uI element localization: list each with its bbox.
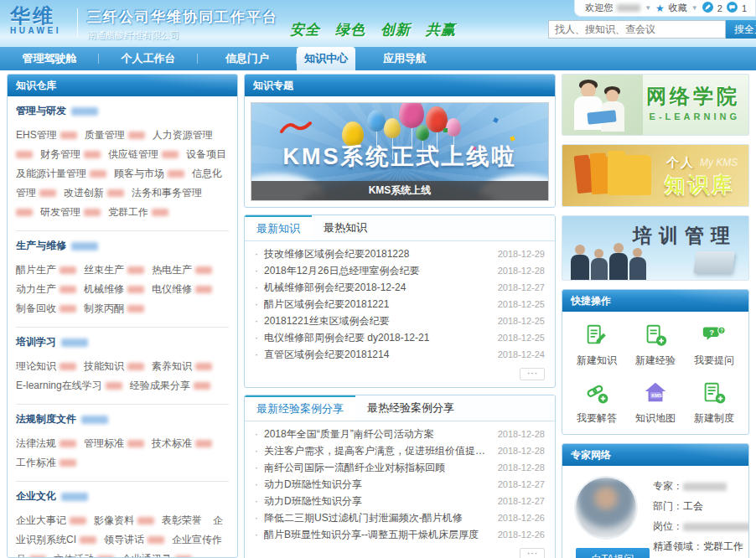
category-count-redacted <box>80 536 96 544</box>
knowledge-category-link[interactable]: 人力资源管理 <box>153 129 213 141</box>
quick-action-我要提问[interactable]: ??我要提问 <box>685 322 743 368</box>
knowledge-category-link[interactable]: 热电生产 <box>152 264 192 276</box>
knowledge-category-link[interactable]: 企业通讯录 <box>122 553 172 558</box>
knowledge-section-title[interactable]: 企业文化 <box>16 482 229 509</box>
new-experience-icon <box>626 322 685 349</box>
knowledge-category-link[interactable]: 工作标准 <box>16 457 56 468</box>
knowledge-category-link[interactable]: 企业大事记 <box>16 514 66 526</box>
list-tab[interactable]: 最热知识 <box>312 215 379 240</box>
elearning-banner[interactable]: 网络学院 E-LEARNING <box>562 74 749 136</box>
knowledge-category-link[interactable]: 顾客与市场 <box>114 168 164 179</box>
knowledge-category-link[interactable]: 电仪维修 <box>152 283 192 295</box>
knowledge-category-link[interactable]: 素养知识 <box>152 360 192 372</box>
knowledge-category-link[interactable]: 改进创新 <box>64 187 104 199</box>
knowledge-category-link[interactable]: 党群工作 <box>108 206 148 218</box>
search-input[interactable] <box>548 20 726 39</box>
main-nav: 管理驾驶舱个人工作台信息门户知识中心应用导航 <box>0 47 756 70</box>
list-item[interactable]: ·醋片区域例会纪要201812212018-12-25 <box>255 296 545 313</box>
list-item[interactable]: ·动力D班隐性知识分享2018-12-27 <box>255 476 545 493</box>
quick-action-知识地图[interactable]: KMS知识地图 <box>626 380 685 426</box>
list-item[interactable]: ·20181221丝束区域例会纪要2018-12-25 <box>255 313 545 329</box>
knowledge-category-link[interactable]: 技能知识 <box>84 360 124 372</box>
knowledge-section-title[interactable]: 培训学习 <box>16 328 229 354</box>
knowledge-category-link[interactable]: 醋片生产 <box>16 264 56 276</box>
search-button[interactable]: 搜全系统 <box>726 20 756 39</box>
favorite-star-icon[interactable]: ★ <box>655 3 665 14</box>
mykms-prefix: 个人 <box>666 155 695 171</box>
knowledge-category-link[interactable]: 领导讲话 <box>104 534 144 545</box>
nav-tab[interactable]: 知识中心 <box>297 47 355 70</box>
list-item-date: 2018-12-27 <box>498 496 545 506</box>
list-item[interactable]: ·机械维修部例会纪要2018-12-242018-12-27 <box>255 279 545 296</box>
knowledge-category-link[interactable]: 供应链管理 <box>108 148 158 160</box>
list-item[interactable]: ·关注客户需求，提高客户满意，促进班组价值提升（检验班）2018-12-28 <box>255 442 545 459</box>
training-banner[interactable]: 培训管理 <box>562 215 749 281</box>
quick-action-新建经验[interactable]: 新建经验 <box>626 322 685 368</box>
list-tab[interactable]: 最新知识 <box>245 215 312 240</box>
list-item[interactable]: ·直管区域例会纪要201812142018-12-24 <box>255 346 545 363</box>
category-count-redacted <box>127 363 144 370</box>
chevron-down-icon[interactable]: ▼ <box>645 4 651 12</box>
quick-action-新建制度[interactable]: 新建制度 <box>685 380 743 426</box>
knowledge-section-title[interactable]: 管理与研发 <box>16 96 229 123</box>
knowledge-category-link[interactable]: 法律法规 <box>16 437 56 449</box>
list-item[interactable]: ·南纤公司国际一流醋纤企业对标指标回顾2018-12-28 <box>255 459 545 476</box>
list-item[interactable]: ·2018年全国“质量月”南纤公司活动方案2018-12-28 <box>255 426 545 442</box>
category-count-redacted <box>168 170 184 178</box>
list-item[interactable]: ·技改维修区域例会纪要201812282018-12-29 <box>255 245 545 262</box>
knowledge-category-link[interactable]: 财务管理 <box>40 148 80 160</box>
knowledge-category-link[interactable]: 质量管理 <box>85 129 125 141</box>
knowledge-category-link[interactable]: 制浆丙酮 <box>84 302 124 314</box>
my-kms-banner[interactable]: 个人 My KMS 知识库 <box>562 144 749 207</box>
knowledge-category-link[interactable]: 经验成果分享 <box>130 380 190 391</box>
knowledge-category-link[interactable]: 丝束生产 <box>84 264 124 276</box>
knowledge-category-link[interactable]: 影像资料 <box>94 514 134 526</box>
knowledge-category-link[interactable]: 文体活动 <box>54 553 94 558</box>
knowledge-category-link[interactable]: 机械维修 <box>84 283 124 295</box>
knowledge-category-link[interactable]: E-learning在线学习 <box>16 380 102 391</box>
kms-launch-banner[interactable]: KMS系统正式上线啦 KMS系统上线 <box>251 102 549 201</box>
category-count-redacted <box>60 132 77 139</box>
list-item[interactable]: ·动力D班隐性知识分享2018-12-27 <box>255 493 545 509</box>
knowledge-category-link[interactable]: 研发管理 <box>40 206 80 218</box>
nav-tab[interactable]: 管理驾驶舱 <box>0 47 99 70</box>
message-count: 1 <box>742 3 747 13</box>
quick-action-新建知识[interactable]: 新建知识 <box>567 322 626 368</box>
knowledge-section-title[interactable]: 生产与维修 <box>16 231 229 258</box>
knowledge-category-link[interactable]: 技术标准 <box>152 437 192 449</box>
section-count-redacted <box>71 242 98 251</box>
balloon-icon <box>367 110 386 132</box>
list-item[interactable]: ·醋片B班显性知识分享--调整五期干燥机床层厚度2018-12-26 <box>255 526 545 543</box>
knowledge-category-link[interactable]: EHS管理 <box>16 129 57 141</box>
banner-caption[interactable]: KMS系统上线 <box>251 181 548 200</box>
folder-icon <box>608 155 651 195</box>
quick-action-我要解答[interactable]: 我要解答 <box>567 380 626 426</box>
pencil-badge-icon[interactable] <box>702 2 713 14</box>
knowledge-category-link[interactable]: 表彰荣誉 <box>162 514 202 526</box>
message-badge-icon[interactable] <box>727 2 738 14</box>
ask-expert-button[interactable]: 向TA提问 <box>576 548 650 558</box>
knowledge-section-title[interactable]: 法规制度文件 <box>16 405 229 431</box>
list-item[interactable]: ·2018年12月26日总经理室例会纪要2018-12-28 <box>255 262 545 279</box>
list-tab[interactable]: 最新经验案例分享 <box>245 395 355 421</box>
expert-avatar[interactable] <box>574 476 638 540</box>
knowledge-category-link[interactable]: 管理标准 <box>84 437 124 449</box>
list-item[interactable]: ·降低二三期US过滤机门封泄漏频次-醋片机修2018-12-26 <box>255 509 545 526</box>
knowledge-category-link[interactable]: 制备回收 <box>16 302 56 314</box>
favorite-label[interactable]: 收藏 <box>669 2 687 14</box>
knowledge-category-link[interactable]: 法务和事务管理 <box>132 187 202 199</box>
nav-tab[interactable]: 应用导航 <box>355 47 454 70</box>
knowledge-category-link[interactable]: 动力生产 <box>16 283 56 295</box>
knowledge-category-link[interactable]: 理论知识 <box>16 360 56 372</box>
list-tab[interactable]: 最热经验案例分享 <box>355 395 466 421</box>
header-divider <box>77 8 78 37</box>
more-button[interactable]: ··· <box>520 548 545 558</box>
chevron-down-icon[interactable]: ▼ <box>691 4 698 12</box>
new-knowledge-icon <box>567 322 626 349</box>
nav-tab[interactable]: 个人工作台 <box>99 47 198 70</box>
nav-tab[interactable]: 信息门户 <box>198 47 297 70</box>
knowledge-section-items: 法律法规管理标准技术标准工作标准 <box>16 431 229 482</box>
more-button[interactable]: ··· <box>520 368 545 380</box>
user-name-redacted[interactable] <box>617 4 640 12</box>
list-item[interactable]: ·电仪维修部周例会纪要 dy2018-12-212018-12-25 <box>255 329 545 346</box>
